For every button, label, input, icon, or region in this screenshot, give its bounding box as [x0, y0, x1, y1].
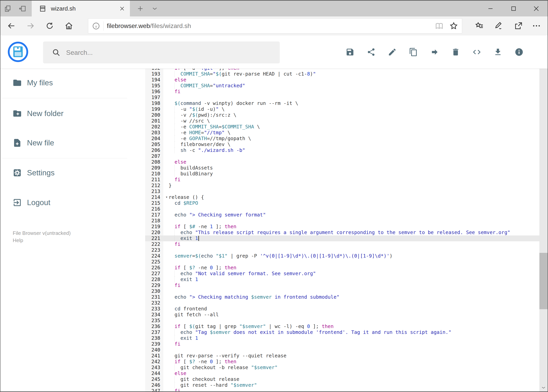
- code-line-212[interactable]: 212}: [145, 182, 540, 189]
- code-line-236[interactable]: 236 if [ $(git tag | grep "$semver" | wc…: [145, 323, 540, 329]
- code-line-232[interactable]: 232: [145, 300, 540, 306]
- code-line-246[interactable]: 246 git reset --hard "$semver": [145, 382, 540, 388]
- back-button[interactable]: [4, 18, 19, 34]
- filebrowser-logo[interactable]: [8, 42, 28, 62]
- web-notes-button[interactable]: [491, 18, 507, 34]
- browser-menu-button[interactable]: [529, 18, 544, 34]
- code-line-242[interactable]: 242 if [ $? -ne 0 ]; then: [145, 359, 540, 364]
- page-scrollbar[interactable]: [539, 35, 548, 392]
- code-line-237[interactable]: 237 echo "Tag $semver does not exist in …: [145, 329, 540, 335]
- code-line-221[interactable]: 221 exit 1: [145, 235, 540, 241]
- hub-button[interactable]: [472, 18, 487, 34]
- code-line-208[interactable]: 208 else: [145, 159, 540, 165]
- code-line-225[interactable]: 225: [145, 259, 540, 265]
- code-line-203[interactable]: 203 -e HOME="//tmp" \: [145, 130, 540, 136]
- code-line-214[interactable]: 214▾release () {: [145, 194, 540, 200]
- switch-view-button[interactable]: [466, 42, 487, 63]
- home-button[interactable]: [61, 18, 77, 34]
- sidebar-item-new-folder[interactable]: New folder: [0, 102, 130, 125]
- refresh-button[interactable]: [42, 18, 57, 34]
- code-line-230[interactable]: 230: [145, 288, 540, 294]
- delete-button[interactable]: [445, 42, 466, 63]
- code-line-198[interactable]: 198 $(command -v winpty) docker run --rm…: [145, 100, 540, 106]
- code-line-222[interactable]: 222 fi: [145, 241, 540, 247]
- code-line-247[interactable]: 247 fi: [145, 388, 540, 392]
- code-editor[interactable]: 192 if [ -d ".git" ]; then193 COMMIT_SHA…: [145, 69, 540, 392]
- code-line-235[interactable]: 235: [145, 318, 540, 323]
- code-line-215[interactable]: 215 cd $REPO: [145, 200, 540, 206]
- maximize-button[interactable]: [503, 0, 524, 16]
- edit-button[interactable]: [382, 42, 403, 63]
- code-line-229[interactable]: 229 fi: [145, 282, 540, 288]
- help-link[interactable]: Help: [13, 237, 71, 244]
- code-line-217[interactable]: 217 echo "> Checking semver format": [145, 212, 540, 218]
- sidebar-item-new-file[interactable]: New file: [0, 131, 130, 155]
- code-line-239[interactable]: 239 fi: [145, 341, 540, 347]
- search-input[interactable]: [66, 49, 262, 56]
- tab-list-button[interactable]: [148, 0, 161, 16]
- code-line-207[interactable]: 207: [145, 153, 540, 159]
- code-line-213[interactable]: 213: [145, 189, 540, 194]
- save-button[interactable]: [340, 42, 361, 63]
- scrollbar-thumb[interactable]: [539, 253, 548, 309]
- code-line-193[interactable]: 193 COMMIT_SHA="$(git rev-parse HEAD | c…: [145, 71, 540, 77]
- code-line-220[interactable]: 220 echo "This release script requires a…: [145, 230, 540, 235]
- code-line-219[interactable]: 219 if [ $# -ne 1 ]; then: [145, 224, 540, 230]
- code-line-194[interactable]: 194 else: [145, 77, 540, 83]
- url-field[interactable]: filebrowser.web/files/wizard.sh: [88, 18, 462, 34]
- code-line-226[interactable]: 226 if [ $? -ne 0 ]; then: [145, 265, 540, 271]
- code-line-210[interactable]: 210 buildBinary: [145, 171, 540, 177]
- code-line-204[interactable]: 204 -e GOPATH=//tmp/gopath \: [145, 136, 540, 141]
- code-line-209[interactable]: 209 buildAssets: [145, 165, 540, 171]
- sidebar-item-logout[interactable]: Logout: [0, 191, 130, 214]
- code-line-205[interactable]: 205 filebrowser/dev \: [145, 141, 540, 147]
- code-line-245[interactable]: 245 git checkout release: [145, 376, 540, 382]
- code-line-238[interactable]: 238 exit 1: [145, 335, 540, 341]
- code-line-199[interactable]: 199 -u "$(id -u)" \: [145, 106, 540, 112]
- add-favorite-button[interactable]: [447, 20, 460, 32]
- code-line-223[interactable]: 223: [145, 247, 540, 253]
- code-line-192[interactable]: 192 if [ -d ".git" ]; then: [145, 69, 540, 71]
- forward-button[interactable]: [23, 18, 38, 34]
- reading-view-button[interactable]: [433, 20, 445, 32]
- tab-wizard-sh[interactable]: wizard.sh: [32, 0, 130, 16]
- tab-preview-button[interactable]: [1, 0, 14, 16]
- code-line-211[interactable]: 211 fi: [145, 177, 540, 182]
- share-button[interactable]: [361, 42, 382, 63]
- code-line-195[interactable]: 195 COMMIT_SHA="untracked": [145, 83, 540, 89]
- code-line-218[interactable]: 218: [145, 218, 540, 224]
- sidebar-item-my-files[interactable]: My files: [0, 71, 130, 95]
- code-line-231[interactable]: 231 echo "> Checking matching $semver in…: [145, 294, 540, 300]
- code-line-202[interactable]: 202 -e COMMIT_SHA=$COMMIT_SHA \: [145, 124, 540, 130]
- set-tabs-aside-button[interactable]: [16, 0, 29, 16]
- code-line-206[interactable]: 206 sh -c "./wizard.sh -b": [145, 147, 540, 153]
- new-tab-button[interactable]: [134, 0, 147, 16]
- info-button[interactable]: [508, 42, 530, 63]
- code-line-197[interactable]: 197: [145, 95, 540, 100]
- code-line-240[interactable]: 240: [145, 347, 540, 353]
- site-info-icon[interactable]: [92, 22, 100, 30]
- code-line-233[interactable]: 233 cd frontend: [145, 306, 540, 312]
- code-line-224[interactable]: 224 semver=$(echo "$1" | grep -P '^v(0|[…: [145, 253, 540, 259]
- code-line-196[interactable]: 196 fi: [145, 89, 540, 95]
- share-page-button[interactable]: [511, 18, 526, 34]
- copy-button[interactable]: [403, 42, 424, 63]
- code-line-244[interactable]: 244 else: [145, 371, 540, 376]
- close-button[interactable]: [526, 0, 547, 16]
- code-line-234[interactable]: 234 git fetch --all: [145, 312, 540, 318]
- code-line-227[interactable]: 227 echo "Not valid semver format. See s…: [145, 271, 540, 277]
- code-line-241[interactable]: 241 git rev-parse --verify --quiet relea…: [145, 353, 540, 359]
- download-button[interactable]: [487, 42, 508, 63]
- sidebar-item-settings[interactable]: Settings: [0, 161, 130, 185]
- code-line-243[interactable]: 243 git checkout -b release "$semver": [145, 364, 540, 371]
- code-line-200[interactable]: 200 -v /$(pwd):/src:z \: [145, 112, 540, 118]
- code-line-201[interactable]: 201 -w //src \: [145, 118, 540, 124]
- tab-close-button[interactable]: [117, 3, 128, 14]
- code-line-228[interactable]: 228 exit 1: [145, 277, 540, 282]
- code-line-216[interactable]: 216: [145, 206, 540, 212]
- search-box[interactable]: [43, 42, 280, 63]
- fold-marker-icon[interactable]: ▾: [166, 194, 168, 200]
- minimize-button[interactable]: [480, 0, 501, 16]
- move-button[interactable]: [424, 42, 445, 63]
- scroll-down-button[interactable]: [539, 384, 548, 391]
